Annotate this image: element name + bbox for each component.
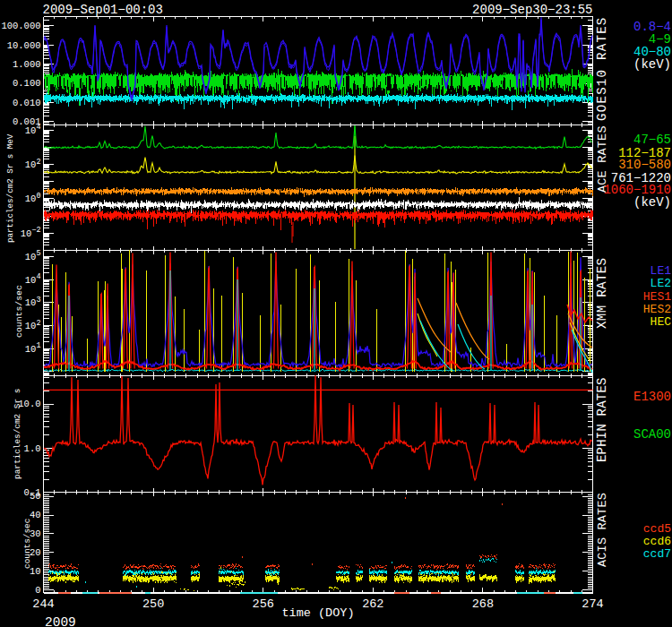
svg-text:ccd7: ccd7: [643, 547, 671, 561]
svg-text:HES2: HES2: [643, 303, 671, 316]
svg-text:(keV): (keV): [633, 195, 671, 210]
svg-text:274: 274: [582, 597, 603, 611]
svg-text:244: 244: [32, 597, 54, 611]
svg-text:EPHIN RATES: EPHIN RATES: [595, 377, 609, 462]
svg-text:LE2: LE2: [650, 277, 671, 290]
svg-text:ccd6: ccd6: [643, 535, 671, 548]
svg-text:HEC: HEC: [650, 315, 672, 329]
svg-text:0.010: 0.010: [13, 98, 41, 108]
svg-text:counts/sec: counts/sec: [22, 519, 32, 569]
svg-text:1.000: 1.000: [13, 59, 41, 70]
svg-text:LE1: LE1: [650, 264, 672, 278]
svg-text:268: 268: [472, 597, 494, 611]
svg-text:particles/cm2 Sr s: particles/cm2 Sr s: [13, 389, 22, 479]
svg-text:2009−Sep01−00:03: 2009−Sep01−00:03: [43, 3, 163, 17]
svg-text:E1300: E1300: [633, 390, 671, 404]
svg-text:0: 0: [35, 585, 40, 596]
svg-text:262: 262: [362, 597, 383, 611]
svg-text:HES1: HES1: [643, 290, 671, 304]
svg-text:XMM RATES: XMM RATES: [595, 258, 609, 329]
svg-text:(keV): (keV): [633, 57, 671, 72]
svg-text:time (DOY): time (DOY): [281, 606, 354, 620]
svg-text:2009: 2009: [45, 615, 76, 627]
svg-text:10.000: 10.000: [7, 40, 41, 51]
svg-text:particles/cm2 Sr s MeV: particles/cm2 Sr s MeV: [5, 133, 15, 243]
svg-text:counts/sec: counts/sec: [14, 285, 24, 338]
svg-text:256: 256: [253, 597, 274, 611]
svg-text:50: 50: [30, 491, 41, 502]
svg-text:2009−Sep30−23:55: 2009−Sep30−23:55: [472, 3, 592, 17]
svg-text:1.0: 1.0: [24, 443, 41, 454]
svg-text:250: 250: [142, 597, 164, 611]
svg-text:SCA00: SCA00: [633, 427, 671, 442]
svg-text:ACIS RATES: ACIS RATES: [596, 493, 609, 567]
svg-text:ccd5: ccd5: [643, 522, 671, 536]
svg-text:GOES10 RATES: GOES10 RATES: [595, 16, 609, 121]
svg-text:100.000: 100.000: [1, 21, 40, 31]
svg-text:0.100: 0.100: [13, 78, 41, 89]
